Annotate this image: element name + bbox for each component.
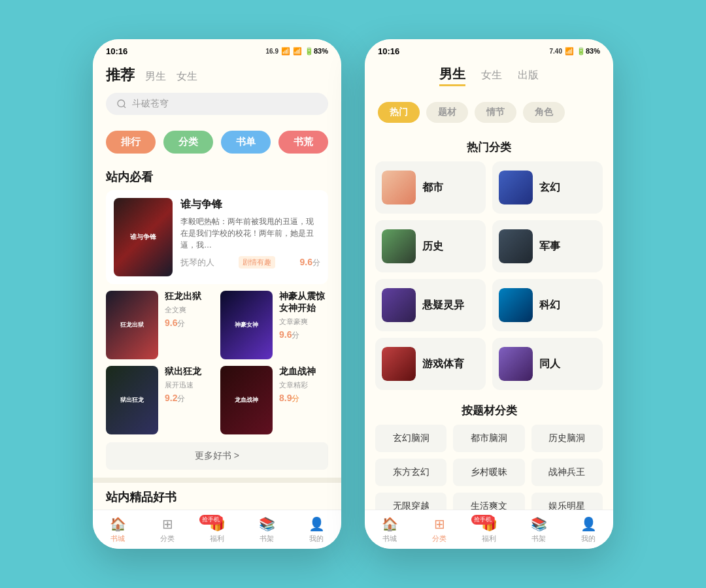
tab-shelf-left[interactable]: 📚 书架	[242, 516, 292, 544]
cover-prison: 狱出狂龙	[106, 366, 158, 434]
grid-author-4: 文章精彩	[279, 380, 328, 390]
mine-label-right: 我的	[581, 534, 596, 544]
cat-urban[interactable]: 都市	[375, 161, 486, 214]
cat-name-fantasy: 玄幻	[539, 181, 560, 195]
tab-welfare-right[interactable]: 🎁 抢手机 福利	[464, 516, 514, 544]
grid-score-4: 8.9分	[279, 393, 328, 404]
tab-bookstore-left[interactable]: 🏠 书城	[93, 516, 143, 544]
cover-blood: 龙血战神	[220, 366, 273, 434]
tag-5[interactable]: 战神兵王	[531, 459, 603, 486]
left-phone: 10:16 16.9 📶 📶 🔋83% 推荐 男生 女生 斗破苍穹	[93, 39, 341, 549]
tab-mine-right[interactable]: 👤 我的	[563, 516, 613, 544]
filter-plot[interactable]: 情节	[475, 102, 516, 123]
grid-book-3[interactable]: 狱出狂龙 狱出狂龙 展开迅速 9.2分	[106, 366, 214, 434]
nav-publish-right[interactable]: 出版	[518, 69, 539, 82]
cat-fantasy[interactable]: 玄幻	[492, 161, 603, 214]
tab-category-right[interactable]: ⊞ 分类	[414, 516, 464, 544]
tag-section: 按题材分类 玄幻脑洞 都市脑洞 历史脑洞 东方玄幻 乡村暖昧 战神兵王 无限穿越…	[365, 394, 613, 510]
cat-doujin[interactable]: 同人	[492, 338, 603, 390]
section-premium-title: 站内精品好书	[93, 483, 341, 510]
cat-mystery[interactable]: 悬疑灵异	[375, 279, 486, 331]
grid-title-1: 狂龙出狱	[165, 291, 214, 302]
cover-goddess: 神豪女神	[220, 291, 273, 359]
nav-female-right[interactable]: 女生	[481, 69, 502, 82]
welfare-label-right: 福利	[482, 534, 496, 544]
search-bar[interactable]: 斗破苍穹	[106, 93, 328, 115]
nav-item-male[interactable]: 男生	[145, 70, 166, 84]
tab-bookstore-right[interactable]: 🏠 书城	[365, 516, 414, 544]
btn-bookdrought[interactable]: 书荒	[278, 131, 328, 154]
shelf-icon-left: 📚	[259, 516, 275, 532]
tag-2[interactable]: 历史脑洞	[531, 425, 603, 452]
app-container: 10:16 16.9 📶 📶 🔋83% 推荐 男生 女生 斗破苍穹	[93, 39, 613, 549]
grid-title-4: 龙血战神	[279, 366, 328, 378]
hot-title: 热门分类	[375, 131, 603, 161]
category-label-right: 分类	[432, 534, 446, 544]
cat-thumb-doujin	[499, 347, 533, 381]
shelf-icon-right: 📚	[531, 516, 547, 532]
left-scroll[interactable]: 站内必看 谁与争锋 谁与争锋 李毅吧热帖：两年前被我甩的丑逼，现在是我们学校的校…	[93, 163, 341, 510]
cat-name-scifi: 科幻	[539, 299, 560, 312]
cat-thumb-fantasy	[499, 171, 533, 204]
cat-thumb-scifi	[499, 288, 533, 322]
category-icon-left: ⊞	[162, 516, 173, 532]
cat-thumb-urban	[382, 171, 416, 204]
bookstore-icon-right: 🏠	[382, 516, 398, 532]
featured-info: 谁与争锋 李毅吧热帖：两年前被我甩的丑逼，现在是我们学校的校花！两年前，她是丑逼…	[180, 198, 320, 276]
tab-welfare-left[interactable]: 🎁 抢手机 福利	[192, 516, 242, 544]
tag-7[interactable]: 生活爽文	[453, 493, 524, 510]
filter-hot[interactable]: 热门	[378, 102, 420, 123]
btn-booklist[interactable]: 书单	[221, 131, 271, 154]
grid-book-4[interactable]: 龙血战神 龙血战神 文章精彩 8.9分	[220, 366, 328, 434]
filter-theme[interactable]: 题材	[426, 102, 468, 123]
cover-dragon1: 狂龙出狱	[106, 291, 158, 359]
featured-title: 谁与争锋	[180, 198, 320, 212]
status-icons-left: 16.9 📶 📶 🔋83%	[266, 47, 329, 56]
tab-category-left[interactable]: ⊞ 分类	[143, 516, 192, 544]
status-bar-left: 10:16 16.9 📶 📶 🔋83%	[93, 39, 341, 63]
cat-scifi[interactable]: 科幻	[492, 279, 603, 331]
cat-history[interactable]: 历史	[375, 220, 486, 272]
right-nav: 男生 女生 出版	[378, 65, 600, 86]
tag-6[interactable]: 无限穿越	[375, 493, 446, 510]
grid-title-3: 狱出狂龙	[165, 366, 214, 378]
left-header: 推荐 男生 女生 斗破苍穹	[93, 63, 341, 122]
tag-3[interactable]: 东方玄幻	[375, 459, 446, 486]
grid-book-2[interactable]: 神豪女神 神豪从震惊女神开始 文章豪爽 9.6分	[220, 291, 328, 359]
grid-author-1: 全文爽	[165, 305, 214, 315]
mine-icon-left: 👤	[309, 516, 325, 532]
hot-section: 热门分类 都市 玄幻 历史	[365, 131, 613, 390]
tab-mine-left[interactable]: 👤 我的	[292, 516, 341, 544]
grid-score-3: 9.2分	[165, 393, 214, 404]
grid-title-2: 神豪从震惊女神开始	[279, 291, 328, 314]
cat-name-urban: 都市	[422, 181, 443, 195]
tab-shelf-right[interactable]: 📚 书架	[514, 516, 563, 544]
tag-4[interactable]: 乡村暖昧	[453, 459, 524, 486]
signal-text-left: 16.9	[266, 48, 278, 55]
grid-book-1[interactable]: 狂龙出狱 狂龙出狱 全文爽 9.6分	[106, 291, 214, 359]
tag-0[interactable]: 玄幻脑洞	[375, 425, 446, 452]
btn-ranking[interactable]: 排行	[106, 131, 156, 154]
cat-military[interactable]: 军事	[492, 220, 603, 272]
bookstore-label-right: 书城	[382, 534, 397, 544]
btn-category[interactable]: 分类	[163, 131, 213, 154]
tag-8[interactable]: 娱乐明星	[531, 493, 603, 510]
nav-active-right[interactable]: 男生	[439, 65, 465, 86]
more-button[interactable]: 更多好书 >	[106, 442, 328, 470]
featured-cover: 谁与争锋	[114, 198, 173, 276]
right-scroll[interactable]: 热门分类 都市 玄幻 历史	[365, 131, 613, 510]
featured-book-card[interactable]: 谁与争锋 谁与争锋 李毅吧热帖：两年前被我甩的丑逼，现在是我们学校的校花！两年前…	[106, 190, 328, 284]
nav-active-left[interactable]: 推荐	[106, 65, 135, 85]
cat-thumb-mystery	[382, 288, 416, 322]
cat-game[interactable]: 游戏体育	[375, 338, 486, 390]
right-phone: 10:16 7.40 📶 🔋83% 男生 女生 出版 热门 题材 情节 角色	[365, 39, 613, 549]
mine-icon-right: 👤	[580, 516, 597, 532]
svg-point-0	[118, 100, 125, 107]
grid-info-3: 狱出狂龙 展开迅速 9.2分	[165, 366, 214, 404]
nav-item-female[interactable]: 女生	[176, 70, 197, 84]
filter-role[interactable]: 角色	[523, 102, 565, 123]
battery-icon-left: 🔋83%	[305, 47, 328, 56]
category-label-left: 分类	[160, 534, 175, 544]
tag-1[interactable]: 都市脑洞	[453, 425, 524, 452]
welfare-badge-right: 抢手机	[471, 515, 494, 525]
